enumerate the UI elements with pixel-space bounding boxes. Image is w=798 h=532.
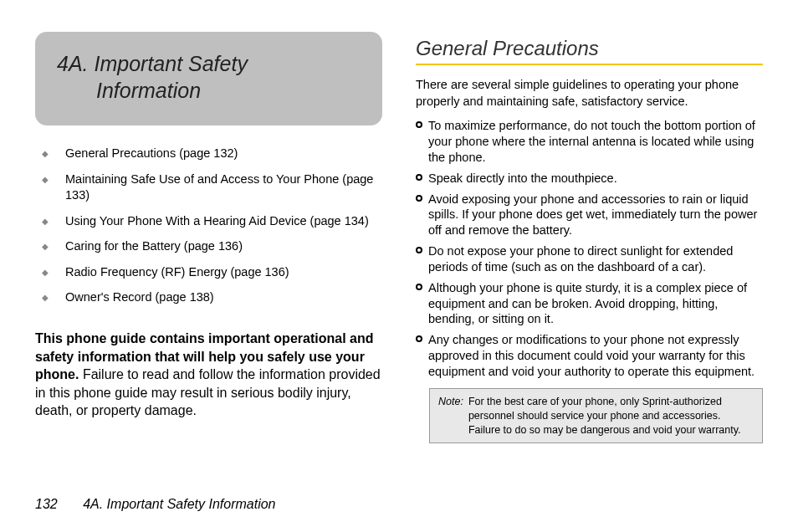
diamond-icon: ◆ (42, 267, 49, 279)
toc-item: ◆General Precautions (page 132) (42, 146, 382, 162)
note-box: Note: For the best care of your phone, o… (429, 388, 763, 444)
list-item: Do not expose your phone to direct sunli… (416, 243, 763, 275)
yellow-divider (416, 64, 763, 65)
diamond-icon: ◆ (42, 174, 49, 186)
note-label: Note: (438, 395, 463, 437)
bullet-icon (416, 284, 422, 290)
bullet-icon (416, 195, 422, 202)
diamond-icon: ◆ (42, 241, 49, 253)
bullet-icon (416, 247, 422, 253)
bullet-text: Avoid exposing your phone and accessorie… (428, 192, 763, 239)
list-item: To maximize performance, do not touch th… (416, 118, 763, 166)
right-heading: General Precautions (416, 37, 763, 60)
page-columns: 4A. Important Safety Information ◆Genera… (35, 32, 763, 443)
note-text: For the best care of your phone, only Sp… (468, 395, 754, 437)
warning-rest: Failure to read and follow the informati… (35, 367, 381, 417)
diamond-icon: ◆ (42, 148, 49, 160)
diamond-icon: ◆ (42, 292, 49, 304)
right-column: General Precautions There are several si… (416, 32, 763, 443)
toc-text: Using Your Phone With a Hearing Aid Devi… (65, 213, 369, 230)
bullet-text: Any changes or modifications to your pho… (428, 332, 763, 380)
page-footer: 132 4A. Important Safety Information (35, 497, 276, 512)
bullet-text: To maximize performance, do not touch th… (428, 118, 763, 166)
intro-text: There are several simple guidelines to o… (416, 77, 763, 110)
toc-text: Caring for the Battery (page 136) (65, 238, 243, 255)
section-title: 4A. Important Safety Information (57, 50, 361, 104)
bullet-text: Although your phone is quite sturdy, it … (428, 280, 763, 328)
toc-item: ◆Maintaining Safe Use of and Access to Y… (42, 171, 382, 204)
toc-item: ◆Owner's Record (page 138) (42, 289, 382, 306)
section-number: 4A. (57, 52, 89, 75)
section-title-line1: Important Safety (94, 52, 247, 75)
toc-text: General Precautions (page 132) (65, 146, 238, 162)
bullet-text: Do not expose your phone to direct sunli… (428, 243, 763, 275)
bullet-icon (416, 335, 422, 342)
toc-text: Radio Frequency (RF) Energy (page 136) (65, 264, 289, 281)
page-number: 132 (35, 497, 58, 511)
section-title-line2: Information (57, 77, 361, 104)
bullet-text: Speak directly into the mouthpiece. (428, 171, 617, 187)
precautions-list: To maximize performance, do not touch th… (416, 118, 763, 380)
bullet-icon (416, 121, 422, 128)
toc-item: ◆Radio Frequency (RF) Energy (page 136) (42, 264, 382, 281)
list-item: Speak directly into the mouthpiece. (416, 171, 763, 187)
toc-list: ◆General Precautions (page 132) ◆Maintai… (35, 146, 382, 306)
section-title-block: 4A. Important Safety Information (35, 32, 382, 125)
list-item: Any changes or modifications to your pho… (416, 332, 763, 380)
toc-text: Owner's Record (page 138) (65, 289, 214, 306)
footer-title: 4A. Important Safety Information (83, 497, 275, 511)
list-item: Avoid exposing your phone and accessorie… (416, 192, 763, 239)
toc-item: ◆Using Your Phone With a Hearing Aid Dev… (42, 213, 382, 230)
warning-paragraph: This phone guide contains important oper… (35, 330, 382, 420)
diamond-icon: ◆ (42, 216, 49, 228)
toc-item: ◆Caring for the Battery (page 136) (42, 238, 382, 255)
left-column: 4A. Important Safety Information ◆Genera… (35, 32, 382, 443)
bullet-icon (416, 174, 422, 181)
list-item: Although your phone is quite sturdy, it … (416, 280, 763, 328)
toc-text: Maintaining Safe Use of and Access to Yo… (65, 171, 382, 204)
